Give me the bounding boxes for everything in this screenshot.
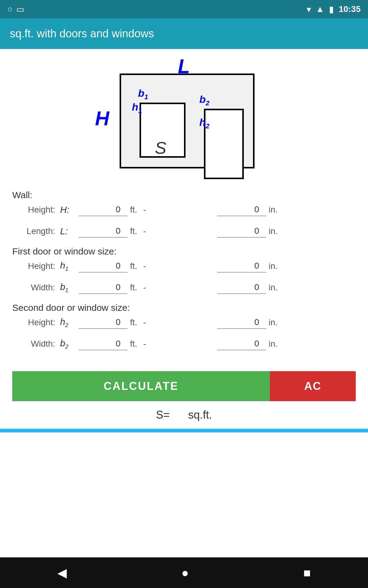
status-bar: ○ ▭ ▾ ▲ ▮ 10:35 xyxy=(0,0,368,18)
door2-height-ft-unit: ft. xyxy=(130,318,137,327)
door2-height-label: Height: xyxy=(18,318,55,327)
second-door-section-label: Second door or window size: xyxy=(12,303,356,313)
wall-height-ft-input[interactable] xyxy=(79,203,128,216)
door1-height-separator: - xyxy=(143,261,146,271)
wall-length-separator: - xyxy=(143,226,146,236)
door2-width-ft-input[interactable] xyxy=(79,337,128,350)
battery-icon: ▮ xyxy=(329,4,334,14)
door1-height-in-wrapper: in. xyxy=(217,260,356,273)
white-space xyxy=(0,432,368,557)
door2-width-in-input[interactable] xyxy=(217,337,266,350)
wall-section-label: Wall: xyxy=(12,190,356,200)
wall-height-symbol: H: xyxy=(60,205,75,215)
door1-width-label: Width: xyxy=(18,283,55,292)
door2-width-separator: - xyxy=(143,339,146,349)
first-door-section-label: First door or window size: xyxy=(12,246,356,257)
label-h1: h1 xyxy=(132,101,142,115)
door1-width-in-wrapper: in. xyxy=(217,281,356,294)
door2-height-in-input[interactable] xyxy=(217,316,266,329)
door2-height-separator: - xyxy=(143,318,146,327)
door1-height-ft-wrapper: ft. - xyxy=(79,260,217,273)
door1-height-inputs: ft. - in. xyxy=(79,260,356,273)
wall-height-ft-unit: ft. xyxy=(130,205,137,215)
door2-width-inputs: ft. - in. xyxy=(79,337,356,350)
door2-height-in-unit: in. xyxy=(269,318,278,327)
door1-height-symbol: h1 xyxy=(60,260,75,272)
status-time: 10:35 xyxy=(339,4,361,14)
wall-height-inputs: ft. - in. xyxy=(79,203,356,216)
door1-width-symbol: b1 xyxy=(60,282,75,294)
blue-bar xyxy=(0,429,368,432)
signal-icon: ▲ xyxy=(316,4,324,14)
home-icon[interactable]: ● xyxy=(181,566,189,580)
calculate-button[interactable]: CALCULATE xyxy=(12,371,270,401)
label-b2: b2 xyxy=(199,93,209,107)
wall-length-in-unit: in. xyxy=(269,226,278,236)
door1-height-ft-unit: ft. xyxy=(130,261,137,271)
label-S: S xyxy=(155,138,166,158)
door1-width-in-input[interactable] xyxy=(217,281,266,294)
wall-length-ft-wrapper: ft. - xyxy=(79,225,217,238)
door1-height-label: Height: xyxy=(18,261,55,271)
wall-height-label: Height: xyxy=(18,205,55,215)
label-b1: b1 xyxy=(138,87,148,101)
door2-width-in-unit: in. xyxy=(269,339,278,349)
door1-width-ft-unit: ft. xyxy=(130,283,137,292)
door1-width-row: Width: b1 ft. - in. xyxy=(12,281,356,294)
wall-length-in-input[interactable] xyxy=(217,225,266,238)
wall-height-row: Height: H: ft. - in. xyxy=(12,203,356,216)
main-content: L H b1 h1 b2 h2 S Wall: xyxy=(0,49,368,557)
wall-length-inputs: ft. - in. xyxy=(79,225,356,238)
door2-height-inputs: ft. - in. xyxy=(79,316,356,329)
result-row: S= sq.ft. xyxy=(0,401,368,429)
door2-rectangle xyxy=(204,109,244,179)
door2-width-row: Width: b2 ft. - in. xyxy=(12,337,356,350)
door2-width-ft-unit: ft. xyxy=(130,339,137,349)
app-title: sq.ft. with doors and windows xyxy=(10,27,154,40)
door2-width-ft-wrapper: ft. - xyxy=(79,337,217,350)
door2-width-label: Width: xyxy=(18,339,55,349)
door2-height-in-wrapper: in. xyxy=(217,316,356,329)
wall-height-in-wrapper: in. xyxy=(217,203,356,216)
wall-height-in-input[interactable] xyxy=(217,203,266,216)
back-icon[interactable]: ◀ xyxy=(57,566,67,580)
status-bar-left: ○ ▭ xyxy=(7,4,24,14)
button-row: CALCULATE AC xyxy=(12,371,356,401)
door1-height-in-input[interactable] xyxy=(217,260,266,273)
diagram-area: L H b1 h1 b2 h2 S xyxy=(0,49,368,181)
wall-length-label: Length: xyxy=(18,226,55,236)
app-bar: sq.ft. with doors and windows xyxy=(0,18,368,49)
circle-icon: ○ xyxy=(7,4,13,14)
wall-length-symbol: L: xyxy=(60,226,75,236)
recent-icon[interactable]: ■ xyxy=(303,566,311,580)
door1-height-row: Height: h1 ft. - in. xyxy=(12,260,356,273)
result-label: S= xyxy=(156,409,170,421)
diagram-wrapper: L H b1 h1 b2 h2 S xyxy=(110,58,258,175)
door1-width-ft-input[interactable] xyxy=(79,281,128,294)
wall-length-ft-input[interactable] xyxy=(79,225,128,238)
door2-width-symbol: b2 xyxy=(60,338,75,350)
label-h2: h2 xyxy=(199,116,209,130)
card-icon: ▭ xyxy=(16,4,24,14)
wifi-icon: ▾ xyxy=(307,4,311,14)
door2-height-ft-input[interactable] xyxy=(79,316,128,329)
nav-bar: ◀ ● ■ xyxy=(0,557,368,588)
door1-width-inputs: ft. - in. xyxy=(79,281,356,294)
status-bar-right: ▾ ▲ ▮ 10:35 xyxy=(307,4,361,14)
door1-height-in-unit: in. xyxy=(269,261,278,271)
door1-height-ft-input[interactable] xyxy=(79,260,128,273)
wall-height-separator: - xyxy=(143,205,146,215)
ac-button[interactable]: AC xyxy=(270,371,356,401)
wall-length-ft-unit: ft. xyxy=(130,226,137,236)
door1-width-separator: - xyxy=(143,283,146,292)
wall-length-in-wrapper: in. xyxy=(217,225,356,238)
wall-length-row: Length: L: ft. - in. xyxy=(12,225,356,238)
label-H: H xyxy=(95,107,109,130)
door2-width-in-wrapper: in. xyxy=(217,337,356,350)
result-unit: sq.ft. xyxy=(188,409,212,421)
wall-height-ft-wrapper: ft. - xyxy=(79,203,217,216)
form-area: Wall: Height: H: ft. - in. Length: L: xyxy=(0,181,368,365)
door1-width-in-unit: in. xyxy=(269,283,278,292)
door2-height-ft-wrapper: ft. - xyxy=(79,316,217,329)
door2-height-row: Height: h2 ft. - in. xyxy=(12,316,356,329)
